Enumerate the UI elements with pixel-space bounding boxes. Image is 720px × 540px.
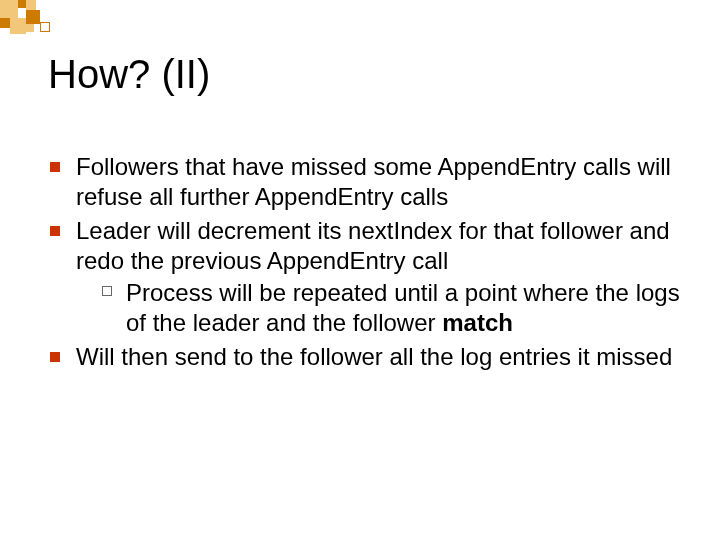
list-item: Will then send to the follower all the l… bbox=[48, 342, 680, 372]
slide-title: How? (II) bbox=[48, 52, 210, 97]
list-item: Leader will decrement its nextIndex for … bbox=[48, 216, 680, 338]
list-item: Process will be repeated until a point w… bbox=[100, 278, 680, 338]
list-item-text: Leader will decrement its nextIndex for … bbox=[76, 217, 670, 274]
slide-body: Followers that have missed some AppendEn… bbox=[48, 152, 680, 376]
list-item: Followers that have missed some AppendEn… bbox=[48, 152, 680, 212]
bullet-list: Followers that have missed some AppendEn… bbox=[48, 152, 680, 372]
bullet-sublist: Process will be repeated until a point w… bbox=[76, 278, 680, 338]
list-item-text: Process will be repeated until a point w… bbox=[126, 279, 680, 336]
corner-decoration bbox=[0, 0, 80, 32]
list-item-text-bold: match bbox=[442, 309, 513, 336]
slide: How? (II) Followers that have missed som… bbox=[0, 0, 720, 540]
